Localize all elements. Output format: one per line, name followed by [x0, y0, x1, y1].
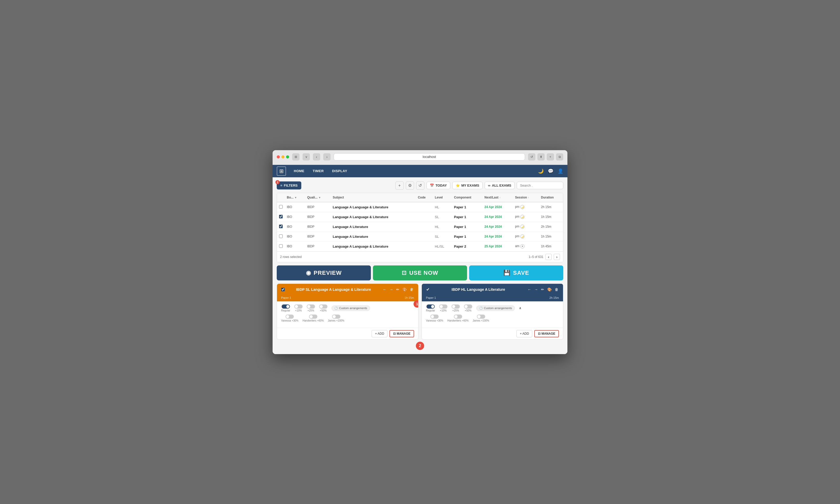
board-col-label: Bo...	[287, 196, 294, 199]
share-icon[interactable]: ⬆	[538, 153, 545, 161]
card2-delete-icon[interactable]: 🗑	[554, 287, 559, 292]
row-level: HL	[433, 222, 452, 232]
preview-label: PREVIEW	[314, 270, 342, 276]
my-exams-button[interactable]: ⭐ MY EXAMS	[452, 182, 483, 189]
search-input[interactable]	[517, 182, 563, 189]
filters-label: FILTERS	[284, 183, 298, 187]
card1-toggle-handwriters-switch[interactable]	[309, 314, 317, 319]
card2-manage-button[interactable]: ⊡ MANAGE	[534, 330, 559, 337]
row-checkbox[interactable]	[279, 215, 283, 218]
address-bar[interactable]: localhost	[334, 153, 525, 161]
nextlast-sort-icon[interactable]: ↑	[500, 196, 501, 199]
today-button[interactable]: 📅 TODAY	[426, 182, 450, 189]
row-date: 24 Apr 2024	[482, 212, 513, 222]
card1-toggle-50-switch[interactable]	[319, 304, 328, 309]
card1-checkbox[interactable]	[281, 288, 285, 291]
row-session: pm 🌙	[513, 212, 539, 222]
card2-toggle-regular-switch[interactable]	[426, 304, 435, 309]
card1-back-icon[interactable]: ←	[382, 287, 387, 292]
fullscreen-traffic-light[interactable]	[286, 155, 289, 159]
th-duration: Duration	[539, 193, 563, 202]
card1-palette-icon[interactable]: 🎨	[402, 287, 407, 292]
card1-add-button[interactable]: + ADD	[372, 330, 387, 337]
next-page-button[interactable]: ›	[554, 254, 560, 260]
card2-toggle-10-switch[interactable]	[439, 304, 448, 309]
use-now-button[interactable]: ⊡ USE NOW	[373, 266, 467, 281]
row-checkbox-cell	[277, 202, 285, 212]
card1-toggle-regular-switch[interactable]	[282, 304, 290, 309]
card1-toggle-vanessa-switch[interactable]	[285, 314, 294, 319]
display-nav-button[interactable]: DISPLAY	[329, 167, 351, 175]
all-exams-button[interactable]: ∞ ALL EXAMS	[485, 182, 515, 189]
row-checkbox[interactable]	[279, 224, 283, 228]
card2-edit-icon[interactable]: ✏	[541, 287, 545, 292]
card2-toggle-25-label: +25%	[452, 309, 459, 312]
row-qual: IBDP	[305, 222, 331, 232]
prev-page-button[interactable]: ‹	[545, 254, 552, 260]
table-footer: 2 rows selected 1–5 of 631 ‹ ›	[277, 251, 563, 262]
row-board: IBO	[285, 222, 305, 232]
close-traffic-light[interactable]	[277, 155, 280, 159]
timer-nav-button[interactable]: TIMER	[309, 167, 328, 175]
card1-forward-icon[interactable]: →	[389, 287, 393, 292]
refresh-icon-button[interactable]: ↺	[416, 181, 424, 190]
card1-toggle-vanessa: Vanessa +30%	[281, 314, 298, 322]
card2-add-button[interactable]: + ADD	[517, 330, 532, 337]
card2-toggle-25-switch[interactable]	[452, 304, 460, 309]
table-row: IBO IBDP Language A Language & Literatur…	[277, 202, 563, 212]
rows-selected-text: 2 rows selected	[280, 255, 301, 259]
card1-manage-button[interactable]: ⊡ MANAGE	[389, 330, 414, 337]
card2-toggle-james: James +100%	[473, 314, 489, 322]
windows-icon[interactable]: ⧉	[556, 153, 563, 161]
forward-button[interactable]: ›	[323, 153, 331, 161]
row-session: pm 🌙	[513, 232, 539, 241]
dark-mode-icon[interactable]: 🌙	[538, 168, 544, 174]
card2-toggle-handwriters-switch[interactable]	[454, 314, 462, 319]
session-sort-icon[interactable]: ↑	[528, 196, 529, 199]
board-filter-icon[interactable]: ▼	[294, 196, 297, 199]
chat-icon[interactable]: 💬	[548, 168, 554, 174]
card2-paper: Paper 1	[426, 296, 436, 299]
card1-toggle-james-switch[interactable]	[332, 314, 340, 319]
refresh-icon[interactable]: ↺	[528, 153, 535, 161]
card2-back-icon[interactable]: ←	[527, 287, 532, 292]
preview-button[interactable]: ◉ PREVIEW	[277, 266, 371, 281]
table-row: IBO IBDP Language A Language & Literatur…	[277, 241, 563, 251]
row-date: 25 Apr 2024	[482, 241, 513, 251]
card1-edit-icon[interactable]: ✏	[396, 287, 400, 292]
card2-forward-icon[interactable]: →	[534, 287, 539, 292]
card1-custom-label: Custom arrangements	[339, 307, 367, 310]
card1-toggle-james: James +100%	[328, 314, 345, 322]
table-container: Bo... ▼ Quali... ▼ Subject Code Level Co…	[277, 193, 563, 262]
qual-filter-icon[interactable]: ▼	[318, 196, 321, 199]
settings-icon-button[interactable]: ⚙	[406, 181, 414, 190]
card2-toggle-james-switch[interactable]	[477, 314, 485, 319]
card1-toggle-25-switch[interactable]	[307, 304, 315, 309]
card1-delete-icon[interactable]: 🗑	[409, 287, 414, 292]
card2-chevron-icon[interactable]: ∧	[519, 306, 521, 310]
row-code	[416, 202, 433, 212]
filters-button[interactable]: 2 ≡ FILTERS	[277, 181, 301, 190]
table-row: IBO IBDP Language A Literature HL Paper …	[277, 222, 563, 232]
card2-checkbox[interactable]	[426, 288, 430, 291]
new-tab-icon[interactable]: +	[547, 153, 554, 161]
back-button[interactable]: ‹	[313, 153, 320, 161]
row-checkbox[interactable]	[279, 244, 283, 248]
row-checkbox[interactable]	[279, 234, 283, 238]
row-checkbox[interactable]	[279, 205, 283, 209]
window-mode-button[interactable]: ⊞	[292, 153, 299, 161]
user-icon[interactable]: 👤	[558, 168, 563, 174]
card2-toggle-50-switch[interactable]	[464, 304, 472, 309]
home-nav-button[interactable]: HOME	[290, 167, 308, 175]
save-button[interactable]: 💾 SAVE	[469, 266, 563, 281]
card2-toggle-25: +25%	[452, 304, 460, 312]
card1-icons: ← → ✏ 🎨 🗑	[382, 287, 414, 292]
card2-subtitle: Paper 1 2h 15m	[422, 295, 563, 301]
minimize-traffic-light[interactable]	[281, 155, 284, 159]
row-code	[416, 241, 433, 251]
window-chevron-down[interactable]: ∨	[302, 153, 310, 161]
add-icon-button[interactable]: +	[396, 181, 404, 190]
card2-toggle-vanessa-switch[interactable]	[430, 314, 439, 319]
card1-toggle-10-switch[interactable]	[294, 304, 302, 309]
card2-palette-icon[interactable]: 🎨	[547, 287, 552, 292]
